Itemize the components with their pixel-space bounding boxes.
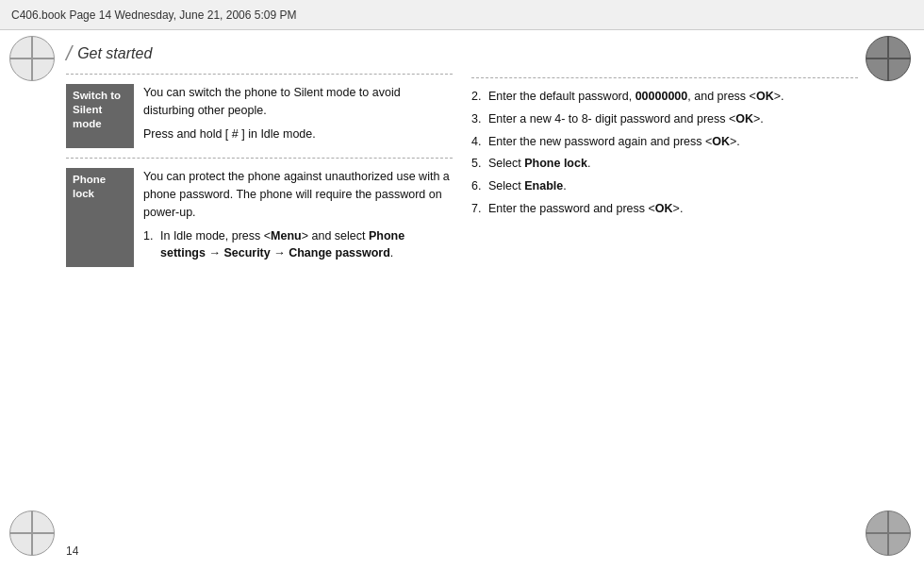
header-text: C406.book Page 14 Wednesday, June 21, 20… <box>11 8 296 22</box>
dashed-separator-mid-left <box>66 158 453 159</box>
step-5: 5. Select Phone lock. <box>471 155 858 173</box>
default-password-bold: 00000000 <box>635 90 688 103</box>
page-number: 14 <box>66 544 78 558</box>
change-password-bold: Change password <box>289 246 390 259</box>
phone-lock-text1: You can protect the phone against unauth… <box>143 168 453 221</box>
two-column-layout: Switch to Silent mode You can switch the… <box>66 74 858 271</box>
step-2-text: Enter the default password, 00000000, an… <box>488 88 784 106</box>
silent-mode-label: Switch to Silent mode <box>66 84 134 148</box>
feature-block-silent-mode: Switch to Silent mode You can switch the… <box>66 84 453 148</box>
step-2-num: 2. <box>471 88 485 106</box>
step-7-text: Enter the password and press <OK>. <box>488 200 683 218</box>
page-content: / Get started Switch to Silent mode You … <box>66 30 858 541</box>
step-6-num: 6. <box>471 177 485 195</box>
silent-mode-text2: Press and hold [ # ] in Idle mode. <box>143 126 453 143</box>
phone-lock-steps: 1. In Idle mode, press <Menu> and select… <box>143 227 453 263</box>
silent-mode-text1: You can switch the phone to Silent mode … <box>143 84 453 120</box>
header-bar: C406.book Page 14 Wednesday, June 21, 20… <box>0 0 924 30</box>
phone-lock-bold: Phone lock <box>524 157 587 170</box>
corner-decoration-tr <box>866 36 915 85</box>
ok-bold-7: OK <box>655 202 673 215</box>
step-3-text: Enter a new 4- to 8- digit password and … <box>488 110 764 128</box>
crosshair-tr <box>866 36 911 81</box>
ok-bold-3: OK <box>735 112 753 126</box>
step-1-num: 1. <box>143 227 157 263</box>
ok-bold-2: OK <box>756 90 774 103</box>
step-5-num: 5. <box>471 155 485 173</box>
step-3: 3. Enter a new 4- to 8- digit password a… <box>471 110 858 128</box>
phone-lock-content: You can protect the phone against unauth… <box>143 168 453 267</box>
page-title-area: / Get started <box>66 30 858 74</box>
right-column: 2. Enter the default password, 00000000,… <box>471 74 858 271</box>
dashed-separator-top-left <box>66 74 453 75</box>
crosshair-br <box>866 510 911 556</box>
step-2: 2. Enter the default password, 00000000,… <box>471 88 858 106</box>
ok-bold-4: OK <box>712 135 730 148</box>
menu-bold: Menu <box>271 229 302 243</box>
right-column-steps: 2. Enter the default password, 00000000,… <box>471 88 858 218</box>
phone-lock-label: Phone lock <box>66 168 134 267</box>
step-1-text: In Idle mode, press <Menu> and select Ph… <box>160 227 453 263</box>
step-7: 7. Enter the password and press <OK>. <box>471 200 858 218</box>
enable-bold: Enable <box>524 179 563 192</box>
left-column: Switch to Silent mode You can switch the… <box>66 74 453 271</box>
step-7-num: 7. <box>471 200 485 218</box>
corner-decoration-br <box>866 510 915 560</box>
dashed-separator-top-right <box>471 77 858 78</box>
corner-decoration-bl <box>9 510 58 560</box>
corner-decoration-tl <box>9 36 58 85</box>
step-4-num: 4. <box>471 133 485 151</box>
title-slash: / <box>66 43 72 64</box>
step-4-text: Enter the new password again and press <… <box>488 133 740 151</box>
page-title: Get started <box>77 45 152 62</box>
step-6-text: Select Enable. <box>488 177 567 195</box>
silent-mode-content: You can switch the phone to Silent mode … <box>143 84 453 148</box>
step-1: 1. In Idle mode, press <Menu> and select… <box>143 227 453 263</box>
crosshair-tl <box>9 36 55 81</box>
step-6: 6. Select Enable. <box>471 177 858 195</box>
step-4: 4. Enter the new password again and pres… <box>471 133 858 151</box>
step-3-num: 3. <box>471 110 485 128</box>
crosshair-bl <box>9 510 55 556</box>
security-bold: Security <box>223 246 270 259</box>
feature-block-phone-lock: Phone lock You can protect the phone aga… <box>66 168 453 267</box>
step-5-text: Select Phone lock. <box>488 155 590 173</box>
